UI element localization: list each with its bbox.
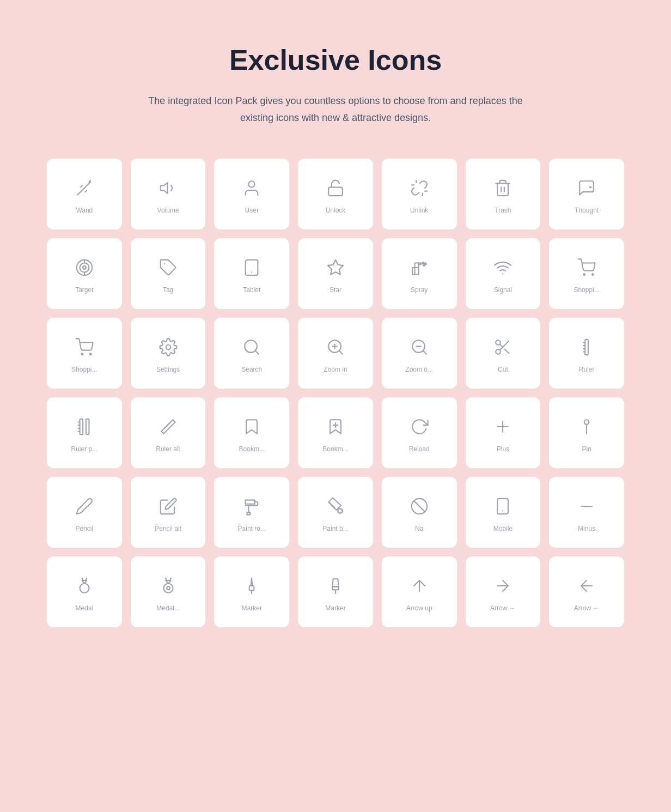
icon-card-shopping-cart-1[interactable]: Shoppi... xyxy=(549,238,624,309)
icon-card-bookmark-2[interactable]: Bookm... xyxy=(298,397,373,468)
icon-card-marker-alt[interactable]: Marker xyxy=(298,556,373,627)
icon-card-search[interactable]: Search xyxy=(214,318,289,389)
icon-label-medal: Medal xyxy=(76,604,94,612)
icon-card-paint-bucket[interactable]: Paint b... xyxy=(298,477,373,548)
icon-card-ruler[interactable]: Ruler xyxy=(549,318,624,389)
icon-label-settings: Settings xyxy=(156,366,180,373)
icon-card-mobile[interactable]: Mobile xyxy=(466,477,541,548)
icon-card-wand[interactable]: Wand xyxy=(47,159,122,229)
svg-point-30 xyxy=(90,354,91,355)
bookmark-1-icon xyxy=(242,416,261,438)
icon-card-medal[interactable]: Medal xyxy=(47,556,122,627)
svg-point-28 xyxy=(592,274,594,276)
svg-line-57 xyxy=(164,427,166,428)
svg-marker-2 xyxy=(160,183,167,193)
svg-point-29 xyxy=(81,354,83,355)
user-icon xyxy=(242,177,261,199)
svg-rect-4 xyxy=(328,187,343,196)
svg-rect-51 xyxy=(80,419,83,434)
icon-card-trash[interactable]: Trash xyxy=(466,159,541,229)
arrow-left-icon xyxy=(577,575,596,597)
icon-card-tag[interactable]: Tag xyxy=(131,238,206,309)
icon-card-pencil[interactable]: Pencil xyxy=(47,477,122,548)
icon-card-marker[interactable]: Marker xyxy=(214,556,289,627)
medal-2-icon xyxy=(159,575,178,597)
icon-card-cut[interactable]: Cut xyxy=(466,318,541,389)
icon-card-minus[interactable]: Minus xyxy=(549,477,624,548)
icon-card-thought[interactable]: Thought xyxy=(549,159,624,229)
icon-card-paint-roller[interactable]: Paint ro... xyxy=(214,477,289,548)
icon-card-settings[interactable]: Settings xyxy=(131,318,206,389)
icon-card-user[interactable]: User xyxy=(214,159,289,229)
icon-card-target[interactable]: Target xyxy=(47,238,122,309)
na-icon xyxy=(410,495,429,517)
icon-card-ruler-pair[interactable]: Ruler p... xyxy=(47,397,122,468)
svg-rect-71 xyxy=(498,499,509,514)
icon-card-pencil-alt[interactable]: Pencil alt xyxy=(131,477,206,548)
icon-card-zoom-in[interactable]: Zoom in xyxy=(298,318,373,389)
icon-label-arrow-up: Arrow up xyxy=(406,604,432,612)
icon-card-arrow-right[interactable]: Arrow → xyxy=(466,556,541,627)
icon-label-thought: Thought xyxy=(575,207,599,214)
icon-card-tablet[interactable]: Tablet xyxy=(214,238,289,309)
thought-icon xyxy=(577,177,596,199)
shopping-cart-1-icon xyxy=(577,257,596,278)
shopping-cart-2-icon xyxy=(75,336,94,358)
icon-card-medal-2[interactable]: Medal... xyxy=(131,556,206,627)
icon-card-arrow-left[interactable]: Arrow ← xyxy=(549,556,624,627)
svg-point-14 xyxy=(83,266,86,269)
icon-card-unlink[interactable]: Unlink xyxy=(382,159,457,229)
plus-icon xyxy=(493,416,512,438)
zoom-in-icon xyxy=(326,336,345,358)
icon-card-reload[interactable]: Reload xyxy=(382,397,457,468)
svg-rect-52 xyxy=(86,419,89,434)
icon-card-spray[interactable]: Spray xyxy=(382,238,457,309)
svg-point-31 xyxy=(166,345,170,350)
svg-point-3 xyxy=(249,181,255,187)
icon-label-shopping-cart-2: Shoppi... xyxy=(71,366,97,373)
tablet-icon xyxy=(242,257,261,278)
icon-card-arrow-up[interactable]: Arrow up xyxy=(382,556,457,627)
icon-label-unlink: Unlink xyxy=(410,207,428,214)
icon-card-bookmark-1[interactable]: Bookm... xyxy=(214,397,289,468)
icon-card-star[interactable]: Star xyxy=(298,238,373,309)
svg-line-33 xyxy=(255,351,259,354)
icon-label-arrow-right: Arrow → xyxy=(490,604,516,612)
icon-card-signal[interactable]: Signal xyxy=(466,238,541,309)
target-icon xyxy=(75,257,94,278)
spray-icon xyxy=(410,257,429,278)
icon-card-shopping-cart-2[interactable]: Shoppi... xyxy=(47,318,122,389)
paint-bucket-icon xyxy=(326,495,345,517)
icon-card-volume[interactable]: Volume xyxy=(131,159,206,229)
icon-card-na[interactable]: Na xyxy=(382,477,457,548)
icon-label-volume: Volume xyxy=(157,207,179,214)
search-icon xyxy=(242,336,261,358)
icon-label-pencil-alt: Pencil alt xyxy=(155,525,181,532)
icon-label-marker-alt: Marker xyxy=(325,604,345,612)
svg-point-27 xyxy=(583,274,585,276)
page-subtitle: The integrated Icon Pack gives you count… xyxy=(145,93,526,126)
icons-grid: WandVolumeUserUnlockUnlinkTrashThoughtTa… xyxy=(47,159,624,627)
reload-icon xyxy=(410,416,429,438)
svg-rect-46 xyxy=(585,340,588,355)
svg-line-35 xyxy=(339,351,343,354)
svg-marker-20 xyxy=(328,260,343,275)
icon-card-plus[interactable]: Plus xyxy=(466,397,541,468)
svg-point-77 xyxy=(163,584,173,593)
signal-icon xyxy=(493,257,512,278)
icon-card-unlock[interactable]: Unlock xyxy=(298,159,373,229)
svg-line-44 xyxy=(505,349,509,354)
icon-label-trash: Trash xyxy=(495,207,511,214)
icon-label-medal-2: Medal... xyxy=(156,604,180,612)
trash-icon xyxy=(493,177,512,199)
icon-label-paint-bucket: Paint b... xyxy=(322,525,348,532)
icon-card-zoom-out[interactable]: Zoom o... xyxy=(382,318,457,389)
icon-label-target: Target xyxy=(75,286,93,294)
icon-label-wand: Wand xyxy=(76,207,93,214)
svg-rect-18 xyxy=(246,260,258,275)
icon-card-ruler-alt[interactable]: Ruler alt xyxy=(131,397,206,468)
icon-label-ruler-pair: Ruler p... xyxy=(71,445,98,453)
icon-card-pin[interactable]: Pin xyxy=(549,397,624,468)
ruler-alt-icon xyxy=(159,416,178,438)
mobile-icon xyxy=(493,495,512,517)
